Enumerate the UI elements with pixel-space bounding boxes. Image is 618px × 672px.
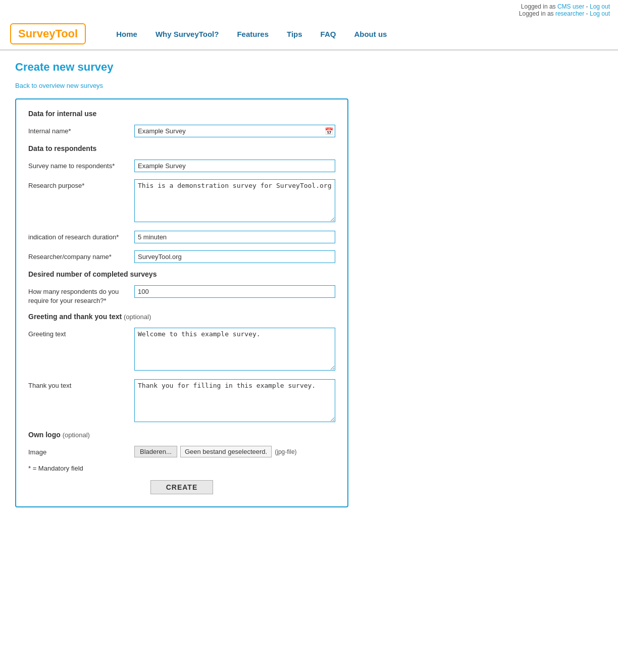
label-thankyou-text: Thank you text xyxy=(28,379,134,390)
label-research-duration: indication of research duration* xyxy=(28,231,134,242)
create-btn-row: CREATE xyxy=(28,480,335,494)
control-respondents-count xyxy=(134,285,335,298)
section-internal-title: Data for internal use xyxy=(28,110,335,118)
label-survey-name: Survey name to respondents* xyxy=(28,160,134,171)
create-button[interactable]: CREATE xyxy=(150,480,214,494)
control-research-duration xyxy=(134,231,335,243)
control-greeting-text: Welcome to this example survey. xyxy=(134,328,335,372)
control-survey-name xyxy=(134,160,335,172)
survey-name-input[interactable] xyxy=(134,160,335,172)
label-researcher-company: Researcher/company name* xyxy=(28,250,134,262)
row-researcher-company: Researcher/company name* xyxy=(28,250,335,263)
cms-user-link[interactable]: CMS user xyxy=(557,3,584,10)
page-content: Create new survey Back to overview new s… xyxy=(0,50,618,518)
label-greeting-text: Greeting text xyxy=(28,328,134,339)
nav-features[interactable]: Features xyxy=(237,30,269,38)
nav-faq[interactable]: FAQ xyxy=(321,30,336,38)
researcher-company-input[interactable] xyxy=(134,250,335,263)
label-internal-name: Internal name* xyxy=(28,125,134,136)
label-research-purpose: Research purpose* xyxy=(28,179,134,190)
row-respondents-count: How many respondents do you require for … xyxy=(28,285,335,305)
row-research-purpose: Research purpose* This is a demonstratio… xyxy=(28,179,335,224)
top-bar: Logged in as CMS user - Log out Logged i… xyxy=(0,0,618,18)
research-duration-input[interactable] xyxy=(134,231,335,243)
page-title: Create new survey xyxy=(15,61,603,74)
section-logo-optional: (optional) xyxy=(63,431,90,439)
separator1: - xyxy=(586,3,590,10)
nav-why[interactable]: Why SurveyTool? xyxy=(156,30,219,38)
row-research-duration: indication of research duration* xyxy=(28,231,335,243)
section-logo-title: Own logo (optional) xyxy=(28,431,335,439)
file-hint: (jpg-file) xyxy=(275,448,296,455)
header: SurveyTool Home Why SurveyTool? Features… xyxy=(0,18,618,50)
row-survey-name: Survey name to respondents* xyxy=(28,160,335,172)
logout2-link[interactable]: Log out xyxy=(590,10,610,17)
section-greeting-title: Greeting and thank you text (optional) xyxy=(28,313,335,321)
research-purpose-textarea[interactable]: This is a demonstration survey for Surve… xyxy=(134,179,335,222)
control-internal-name: 📅 xyxy=(134,125,335,137)
mandatory-note: * = Mandatory field xyxy=(28,464,335,472)
nav-tips[interactable]: Tips xyxy=(287,30,302,38)
control-image: Bladeren... Geen bestand geselecteerd. (… xyxy=(134,446,335,457)
logout1-link[interactable]: Log out xyxy=(590,3,610,10)
thankyou-text-textarea[interactable]: Thank you for filling in this example su… xyxy=(134,379,335,422)
section-logo-label: Own logo xyxy=(28,431,61,439)
section-greeting-optional: (optional) xyxy=(124,313,151,321)
calendar-icon: 📅 xyxy=(325,127,333,135)
file-name-display: Geen bestand geselecteerd. xyxy=(180,446,272,457)
separator2: - xyxy=(586,10,590,17)
row-thankyou-text: Thank you text Thank you for filling in … xyxy=(28,379,335,424)
section-respondents-title: Data to respondents xyxy=(28,144,335,152)
back-link[interactable]: Back to overview new surveys xyxy=(15,82,603,89)
form-container: Data for internal use Internal name* 📅 D… xyxy=(15,98,348,507)
main-nav: Home Why SurveyTool? Features Tips FAQ A… xyxy=(116,30,387,38)
row-internal-name: Internal name* 📅 xyxy=(28,125,335,137)
greeting-text-textarea[interactable]: Welcome to this example survey. xyxy=(134,328,335,371)
logo-text: SurveyTool xyxy=(18,27,78,40)
nav-about[interactable]: About us xyxy=(354,30,387,38)
section-greeting-label: Greeting and thank you text xyxy=(28,313,122,321)
researcher-link[interactable]: researcher xyxy=(555,10,584,17)
control-researcher-company xyxy=(134,250,335,263)
logged-in-line2: Logged in as xyxy=(519,10,555,17)
control-research-purpose: This is a demonstration survey for Surve… xyxy=(134,179,335,224)
internal-name-input[interactable] xyxy=(134,125,335,137)
control-thankyou-text: Thank you for filling in this example su… xyxy=(134,379,335,424)
logo: SurveyTool xyxy=(10,23,86,44)
section-desired-title: Desired number of completed surveys xyxy=(28,270,335,278)
respondents-count-input[interactable] xyxy=(134,285,335,298)
logged-in-line1: Logged in as xyxy=(521,3,557,10)
row-image: Image Bladeren... Geen bestand geselecte… xyxy=(28,446,335,457)
row-greeting-text: Greeting text Welcome to this example su… xyxy=(28,328,335,372)
nav-home[interactable]: Home xyxy=(116,30,137,38)
browse-button[interactable]: Bladeren... xyxy=(134,446,177,457)
label-image: Image xyxy=(28,446,134,457)
label-respondents-count: How many respondents do you require for … xyxy=(28,285,134,305)
